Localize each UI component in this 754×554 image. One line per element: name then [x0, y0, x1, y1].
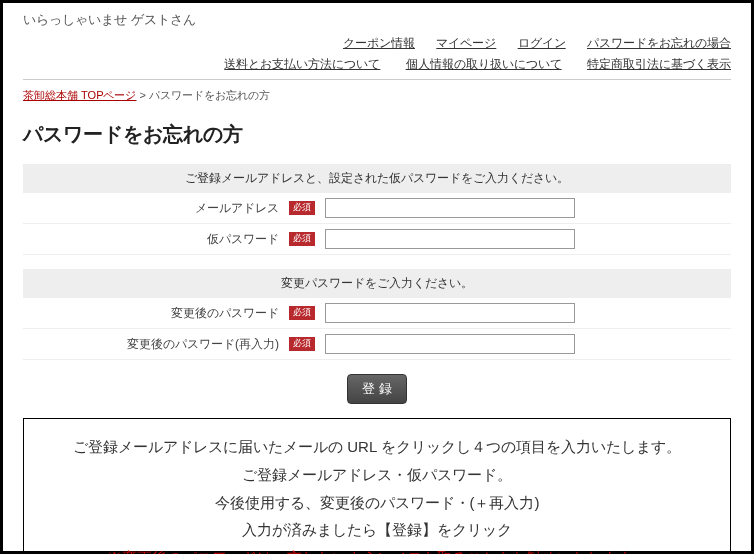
nav-login[interactable]: ログイン [518, 36, 566, 50]
temp-password-field[interactable] [325, 229, 575, 249]
info-box: ご登録メールアドレスに届いたメールの URL をクリックし４つの項目を入力いたし… [23, 418, 731, 554]
row-temp-password: 仮パスワード 必須 [23, 224, 731, 255]
nav-mypage[interactable]: マイページ [436, 36, 496, 50]
new-password-confirm-field[interactable] [325, 334, 575, 354]
submit-button[interactable]: 登 録 [347, 374, 407, 404]
section-new-password-header: 変更パスワードをご入力ください。 [23, 269, 731, 298]
info-line-3: 今後使用する、変更後のパスワード・(＋再入力) [34, 489, 720, 517]
nav-shipping-payment[interactable]: 送料とお支払い方法について [224, 57, 380, 71]
new-password-field[interactable] [325, 303, 575, 323]
breadcrumb-sep: > [136, 89, 149, 101]
info-line-2: ご登録メールアドレス・仮パスワード。 [34, 461, 720, 489]
info-line-1: ご登録メールアドレスに届いたメールの URL をクリックし４つの項目を入力いたし… [34, 433, 720, 461]
info-warning: ※変更後のパスワードは、忘れないようにメモを取ることをお勧めいたします。 [34, 544, 720, 554]
breadcrumb: 茶卸総本舗 TOPページ > パスワードをお忘れの方 [23, 88, 731, 103]
breadcrumb-top[interactable]: 茶卸総本舗 TOPページ [23, 89, 136, 101]
row-new-password: 変更後のパスワード 必須 [23, 298, 731, 329]
required-badge: 必須 [289, 306, 315, 320]
nav-coupon[interactable]: クーポン情報 [343, 36, 415, 50]
section-credentials: ご登録メールアドレスと、設定された仮パスワードをご入力ください。 メールアドレス… [23, 164, 731, 255]
label-temp-password: 仮パスワード [23, 231, 283, 248]
label-email: メールアドレス [23, 200, 283, 217]
greeting-text: いらっしゃいませ ゲストさん [23, 11, 731, 29]
email-field[interactable] [325, 198, 575, 218]
label-new-password-confirm: 変更後のパスワード(再入力) [23, 336, 283, 353]
section-credentials-header: ご登録メールアドレスと、設定された仮パスワードをご入力ください。 [23, 164, 731, 193]
nav-forgot-password[interactable]: パスワードをお忘れの場合 [587, 36, 731, 50]
nav-privacy[interactable]: 個人情報の取り扱いについて [406, 57, 562, 71]
nav-row-2: 送料とお支払い方法について 個人情報の取り扱いについて 特定商取引法に基づく表示 [23, 56, 731, 80]
info-line-4: 入力が済みましたら【登録】をクリック [34, 516, 720, 544]
row-new-password-confirm: 変更後のパスワード(再入力) 必須 [23, 329, 731, 360]
row-email: メールアドレス 必須 [23, 193, 731, 224]
nav-row-1: クーポン情報 マイページ ログイン パスワードをお忘れの場合 [23, 35, 731, 52]
submit-row: 登 録 [23, 374, 731, 404]
required-badge: 必須 [289, 337, 315, 351]
required-badge: 必須 [289, 232, 315, 246]
section-new-password: 変更パスワードをご入力ください。 変更後のパスワード 必須 変更後のパスワード(… [23, 269, 731, 360]
nav-commerce-law[interactable]: 特定商取引法に基づく表示 [587, 57, 731, 71]
required-badge: 必須 [289, 201, 315, 215]
page-title: パスワードをお忘れの方 [23, 121, 731, 148]
breadcrumb-current: パスワードをお忘れの方 [149, 89, 270, 101]
label-new-password: 変更後のパスワード [23, 305, 283, 322]
